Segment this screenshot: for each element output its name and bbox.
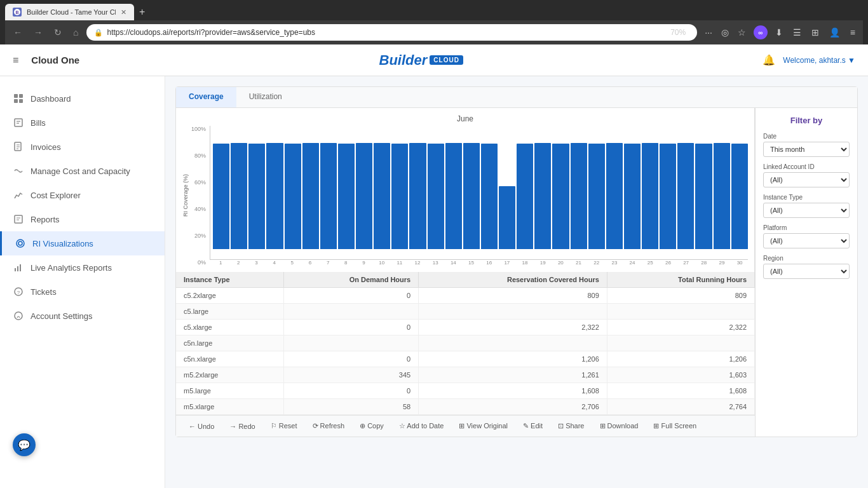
table-section: Instance Type On Demand Hours Reservatio… [176,272,755,415]
toolbar-btn-5[interactable]: ☆ Add to Date [394,419,449,433]
welcome-user[interactable]: akhtar.s ▼ [819,56,855,65]
toolbar-btn-1[interactable]: → Redo [224,420,260,433]
y-label-60: 60% [191,179,206,186]
sidebar-label-invoices: Invoices [31,142,61,152]
svg-point-17 [17,240,24,247]
svg-rect-21 [20,264,21,271]
toolbar-btn-8[interactable]: ⊡ Share [553,419,589,433]
live-analytics-icon [13,262,24,273]
more-options-icon[interactable]: ··· [702,26,715,39]
bills-icon [13,117,24,128]
downloads-icon[interactable]: ⬇ [773,26,785,39]
sidebar-item-invoices[interactable]: Invoices [0,135,165,159]
sidebar-item-cost-explorer[interactable]: Cost Explorer [0,183,165,207]
welcome-message: Welcome, akhtar.s ▼ [783,56,855,65]
table-row: m5.xlarge582,7062,764 [176,399,755,415]
sidebar-browser-icon[interactable]: ⊞ [809,26,822,39]
table-scroll[interactable]: Instance Type On Demand Hours Reservatio… [176,272,755,415]
sidebar-item-dashboard[interactable]: Dashboard [0,86,165,111]
linked-account-label: Linked Account ID [763,163,850,170]
toolbar-btn-6[interactable]: ⊞ View Original [454,419,513,433]
y-label-80: 80% [191,152,206,159]
bar-6 [320,143,337,249]
x-label-11: 12 [409,260,426,266]
bar-16 [499,186,515,249]
content-area: Coverage Utilization June RI Coverage (%… [165,76,868,488]
menu-icon[interactable]: ≡ [848,26,858,39]
bar-27 [695,144,712,249]
cell-total-1 [607,304,754,320]
reports-icon [13,214,24,225]
tabs-header: Coverage Utilization [176,87,857,108]
x-label-1: 2 [230,260,247,266]
bar-2 [248,144,265,249]
cell-on_demand-7: 58 [283,399,418,415]
chart-inner: RI Coverage (%) 100% 80% 60% 40% 20% 0% [182,126,748,266]
bars-area: 1234567891011121314151617181920212223242… [210,126,748,266]
brand-label: Cloud One [31,55,79,65]
sidebar-item-manage-cost[interactable]: Manage Cost and Capacity [0,159,165,183]
bottom-toolbar: ← Undo→ Redo⚐ Reset⟳ Refresh⊕ Copy☆ Add … [176,415,755,437]
new-tab-button[interactable]: + [134,4,150,20]
date-filter-select[interactable]: This month Last month [763,142,850,157]
browser-tab-active[interactable]: B Builder Cloud - Tame Your Clo... ✕ [5,4,134,20]
svg-rect-5 [19,99,23,103]
pocket-icon[interactable]: ◎ [719,26,731,39]
sidebar-item-ri-visualizations[interactable]: RI Visualizations [0,231,165,255]
col-total: Total Running Hours [607,272,754,288]
sidebar-item-bills[interactable]: Bills [0,111,165,135]
cell-total-2: 2,322 [607,320,754,336]
x-label-18: 19 [534,260,551,266]
address-bar[interactable]: 🔒 https://cloudops.ai/reports/ri?provide… [86,24,697,41]
bookmark-icon[interactable]: ☆ [735,26,749,39]
main-content: June RI Coverage (%) 100% 80% 60% 40% 20… [176,108,756,437]
bar-5 [302,143,319,249]
reload-button[interactable]: ↻ [51,26,65,39]
home-button[interactable]: ⌂ [70,26,81,39]
cell-instance-6: m5.large [176,383,283,399]
cell-total-5: 1,603 [607,367,754,383]
tab-coverage[interactable]: Coverage [176,87,236,107]
sidebar-label-bills: Bills [31,118,46,128]
hamburger-menu[interactable]: ≡ [13,55,18,66]
region-select[interactable]: (All) [763,264,850,279]
forward-button[interactable]: → [31,26,46,39]
bar-13 [445,143,462,249]
toolbar-btn-3[interactable]: ⟳ Refresh [308,419,350,433]
toolbar-btn-9[interactable]: ⊞ Download [595,419,644,433]
x-label-15: 16 [481,260,498,266]
toolbar-btn-10[interactable]: ⊞ Full Screen [648,419,702,433]
tab-utilization[interactable]: Utilization [236,87,295,107]
back-button[interactable]: ← [10,26,25,39]
tab-close-button[interactable]: ✕ [121,8,126,17]
sidebar-item-reports[interactable]: Reports [0,207,165,231]
library-icon[interactable]: ☰ [790,26,804,39]
toolbar-btn-4[interactable]: ⊕ Copy [355,419,389,433]
instance-type-filter-label: Instance Type [763,194,850,201]
url-display: https://cloudops.ai/reports/ri?provider=… [107,28,663,37]
cloud-badge: CLOUD [430,55,463,65]
linked-account-select[interactable]: (All) [763,172,850,187]
toolbar-btn-0[interactable]: ← Undo [184,420,219,433]
region-filter-label: Region [763,255,850,262]
account-icon[interactable]: 👤 [827,26,843,39]
date-filter-label: Date [763,133,850,140]
bar-19 [552,144,569,249]
sidebar-item-live-analytics[interactable]: Live Analytics Reports [0,255,165,280]
x-label-23: 24 [624,260,641,266]
toolbar-btn-2[interactable]: ⚐ Reset [266,419,302,433]
sidebar-item-account-settings[interactable]: Account Settings [0,304,165,328]
cell-instance-0: c5.2xlarge [176,288,283,304]
chat-widget[interactable]: 💬 [13,433,36,456]
svg-rect-20 [17,266,18,271]
x-label-9: 10 [374,260,390,266]
builder-text: Builder [379,52,428,69]
platform-select[interactable]: (All) [763,233,850,248]
notification-icon[interactable]: 🔔 [763,54,775,66]
reports-panel: Coverage Utilization June RI Coverage (%… [175,86,858,437]
sidebar-item-tickets[interactable]: ? Tickets [0,280,165,304]
instance-type-select[interactable]: (All) [763,203,850,218]
toolbar-btn-7[interactable]: ✎ Edit [518,419,548,433]
cell-reservation-4: 1,206 [419,351,607,367]
extension-icon[interactable]: ∞ [754,25,768,39]
